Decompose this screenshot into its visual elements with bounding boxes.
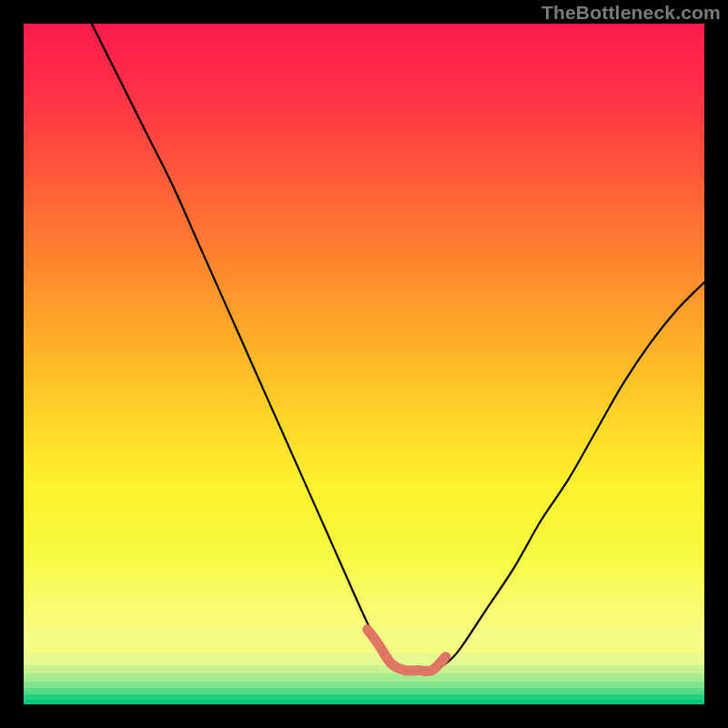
plot-area xyxy=(24,24,704,704)
curve-line xyxy=(92,24,704,671)
chart-overlay xyxy=(24,24,704,704)
highlight-segment xyxy=(368,630,446,672)
watermark-label: TheBottleneck.com xyxy=(541,2,721,24)
chart-frame: TheBottleneck.com xyxy=(0,0,728,728)
